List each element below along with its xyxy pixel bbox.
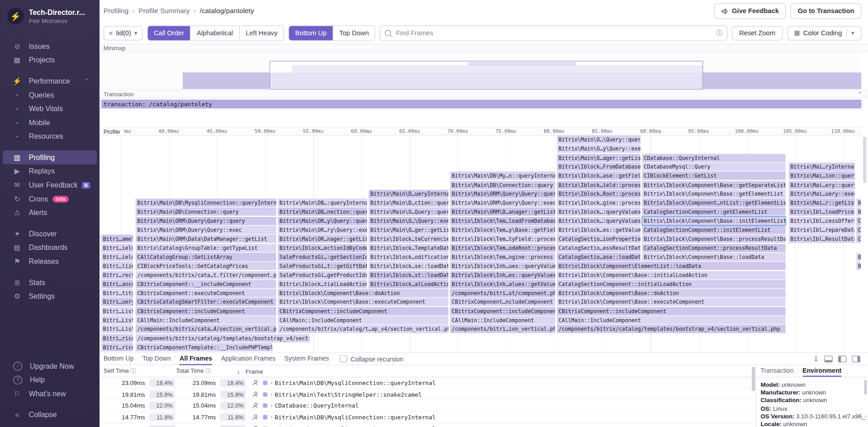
minimap-viewport[interactable] (269, 61, 703, 90)
flame-frame[interactable]: Bitrix\Iblock\Component\Base::getElement… (642, 190, 785, 198)
flame-frame[interactable]: Bitrix\Iblock\Component\ElementList::loa… (557, 262, 786, 270)
col-total-time[interactable]: Total Timeⓘ (176, 367, 237, 375)
sidebar-item-crons[interactable]: ↻Cronsbeta (3, 192, 97, 206)
tab-top-down[interactable]: Top Down (142, 353, 171, 365)
flame-frame[interactable]: CDatabaseMysql::Query (642, 163, 785, 171)
flame-frame[interactable]: Bitrix\Iblock…TemplateData (369, 244, 448, 252)
flame-frame[interactable]: Bitrix\Catalog\GroupTable::getTypeList (136, 244, 276, 252)
flame-frame[interactable]: Bitri…rice (101, 343, 133, 351)
table-row[interactable]: 10.99ms8.7%10.99ms8.7%›Bitrix\Main\DB\My… (101, 423, 751, 427)
flame-frame[interactable]: Bitrix\Iblock…es::getValues (557, 226, 641, 234)
flame-frame[interactable]: Bitrix\Main\OR…y\Query::query (278, 217, 367, 225)
flame-frame[interactable]: Bitrix\Main\O…\Query::exec (369, 217, 448, 225)
table-row[interactable]: 14.77ms11.8%14.77ms11.8%›Bitrix\Main\DB\… (101, 412, 751, 423)
flame-scrollbar[interactable] (863, 136, 866, 351)
flame-frame[interactable]: /components/bitri…ion_vertical.php (450, 325, 556, 333)
sidebar-item-settings[interactable]: ⚙Settings (3, 289, 97, 303)
sort-descending-icon[interactable]: ↓ (237, 368, 240, 375)
flame-frame[interactable]: Bitrix\Iblock…Root::process (557, 190, 641, 198)
flame-frame[interactable]: Bitrix\Mai…ion::query (789, 172, 855, 180)
flame-frame[interactable]: /components/bitri…st/component.php (450, 289, 556, 297)
flame-frame[interactable]: Bitrix\Main\D…ueryInternal (369, 190, 448, 198)
flame-frame[interactable]: Bitri…ield (101, 244, 133, 252)
layout-bottom-icon[interactable] (824, 356, 832, 362)
flame-frame[interactable]: Bitrix\Mai…ery::query (789, 181, 855, 189)
flame-frame[interactable]: Bitrix\Iblock\Component\Base::getSeparat… (642, 181, 785, 189)
flame-frame[interactable]: Bitrix\Ibl…ResultData (789, 235, 855, 243)
flame-frame[interactable]: CatalogSectionComponent::processResultDa… (642, 244, 785, 252)
flame-frame[interactable]: Bitri…rect (101, 271, 133, 279)
flame-frame[interactable]: CBitrixComponent::includeComponent (136, 307, 276, 315)
table-scrollbar[interactable] (752, 367, 755, 426)
flame-frame[interactable]: CBitrixComponent::__includeComponent (136, 280, 276, 288)
flame-frame[interactable]: Bitrix\Iblock\Component\Base::executeCom… (278, 298, 448, 306)
flame-frame[interactable]: CatalogSectio…essResultData (557, 244, 641, 252)
flame-frame[interactable]: Bitrix\Main\OR…nager::getList (278, 235, 367, 243)
flame-frame[interactable]: /components/bitrix/catalog/templates/boo… (557, 325, 786, 333)
table-row[interactable]: 15.04ms12.0%15.04ms12.0%›CDatabase::Quer… (101, 400, 751, 412)
flame-frame[interactable]: CBitrixComponent::includeComponent (450, 307, 556, 315)
flame-frame[interactable]: Bitrix\Main\DB\MysqliConnection::queryIn… (136, 199, 276, 207)
flame-frame[interactable]: C… (856, 226, 861, 234)
tab-application-frames[interactable]: Application Frames (221, 353, 276, 365)
flame-frame[interactable]: CBitrixComponent::executeComponent (136, 289, 276, 297)
flame-frame[interactable]: Bitrix\Ibl…loadPrices (789, 208, 855, 216)
view-top-down[interactable]: Top Down (333, 26, 375, 40)
flame-frame[interactable]: Bitri…ield (101, 253, 133, 261)
flame-frame[interactable]: CAllMain::IncludeComponent (450, 316, 556, 324)
sort-alphabetical[interactable]: Alphabetical (190, 26, 239, 40)
flame-frame[interactable]: Bitri…tity (101, 289, 133, 297)
flame-frame[interactable]: /components/bitrix/cata…t.filter/compone… (136, 271, 276, 279)
flame-frame[interactable]: C… (856, 217, 861, 225)
expand-chevron-icon[interactable]: › (271, 391, 273, 397)
sidebar-item-queries[interactable]: •Queries (3, 88, 97, 102)
flame-frame[interactable]: Bitrix\Main\O…Query::query (369, 208, 448, 216)
sidebar-item-stats[interactable]: ≣Stats (3, 276, 97, 290)
flame-frame[interactable]: Bitrix\Main\DB…:queryInternal (278, 199, 367, 207)
flame-frame[interactable]: Bitrix\Iblock\Inh…es::queryValues (450, 271, 556, 279)
flame-frame[interactable]: CatalogSectio…ase::loadData (557, 253, 641, 261)
flame-frame[interactable]: Bitrix\Iblock\Inh…ues::queryValues (450, 262, 556, 270)
flame-frame[interactable]: B… (856, 199, 861, 207)
flame-frame[interactable]: Bitri…ance (101, 280, 133, 288)
flame-frame[interactable]: Bitrix\Iblock\Tem…y\Base::getField (450, 226, 556, 234)
flame-frame[interactable]: Bitrix\Main\ORM\Data\DataManager::getLis… (136, 235, 276, 243)
flamegraph[interactable]: Bitrix\Main\O…\Query::queryBitrix\Main\O… (101, 136, 861, 352)
flame-frame[interactable]: Bitrix\Iblock\Inh…alues::getValues (450, 280, 556, 288)
flame-frame[interactable]: Bitrix\Mai…r::getList (789, 199, 855, 207)
flame-frame[interactable]: Bitrix\Iblock\Tem…ngine::process (450, 253, 556, 261)
sidebar-item-user-feedback[interactable]: ✉User FeedbackB (3, 178, 97, 192)
sidebar-item-projects[interactable]: ▦Projects (3, 53, 97, 67)
sidebar-item-mobile[interactable]: •Mobile (3, 116, 97, 130)
flame-frame[interactable]: Bitri…lize (101, 262, 133, 270)
flame-frame[interactable]: CDatabase::QueryInternal (642, 154, 785, 162)
download-icon[interactable]: ↧ (813, 355, 819, 363)
expand-chevron-icon[interactable]: › (271, 380, 273, 385)
sidebar-item-profiling[interactable]: ▥Profiling (3, 150, 97, 164)
flame-frame[interactable]: CIBlockElement::GetList (642, 172, 785, 180)
tab-system-frames[interactable]: System Frames (284, 353, 329, 365)
flame-frame[interactable]: CAllCatalogGroup::GetListArray (136, 253, 276, 261)
flame-frame[interactable]: Bitrix\Main\D…ction::query (369, 199, 448, 207)
col-frame[interactable]: Frame (245, 368, 263, 375)
color-coding-button[interactable]: ▦ Color Coding ▾ (787, 26, 862, 40)
flame-frame[interactable]: CatalogSectionComponent::initialLoadActi… (557, 280, 786, 288)
flame-frame[interactable]: Bitrix\Main\DB\Connection::query (136, 208, 276, 216)
flame-frame[interactable]: Bitrix\Iblock\Component\Base::initialLoa… (557, 271, 786, 279)
flame-frame[interactable]: CIBlockPriceTools::GetCatalogPrices (136, 262, 276, 270)
sidebar-item-what-s-new[interactable]: ⚐What's new (3, 387, 97, 401)
flame-frame[interactable]: B… (856, 262, 861, 270)
collapse-section-icon[interactable]: ⌃ (858, 91, 862, 97)
breadcrumb-item[interactable]: Profiling (104, 7, 128, 15)
flame-frame[interactable]: Bitrix\Iblock…alLoadAction (369, 280, 448, 288)
sidebar-item-replays[interactable]: ▶Replays (3, 164, 97, 178)
flame-frame[interactable]: CAllMain::IncludeComponent (278, 316, 448, 324)
sidebar-item-alerts[interactable]: ⚠Alerts (3, 206, 97, 220)
flame-frame[interactable]: Bitri…List (101, 325, 133, 333)
flame-frame[interactable]: Bitri…List (101, 316, 133, 324)
sidebar-item-upgrade-now[interactable]: ↑Upgrade Now (3, 359, 97, 373)
flame-frame[interactable]: Bitrix\Main\ORM\Query\Query::query (136, 217, 276, 225)
flame-frame[interactable]: B… (856, 208, 861, 216)
env-tab-transaction[interactable]: Transaction (760, 366, 793, 376)
flame-frame[interactable]: Bitrix\Iblock\Component\Base::loadData (642, 253, 785, 261)
